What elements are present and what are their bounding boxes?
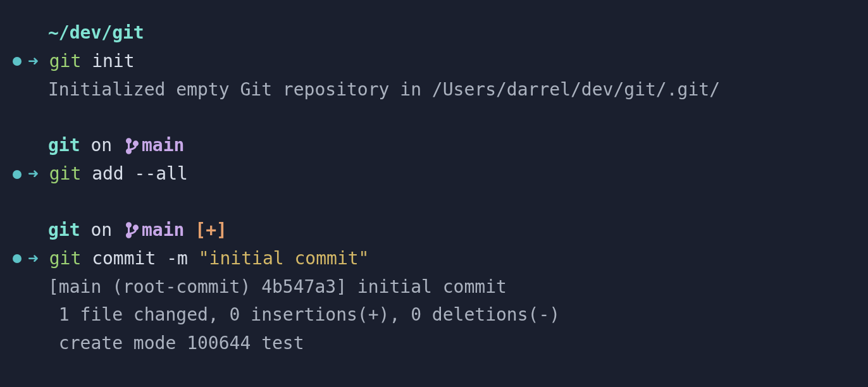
command-git: git [49, 160, 82, 188]
output-text: 1 file changed, 0 insertions(+), 0 delet… [48, 301, 560, 329]
terminal-cwd-line: ~/dev/git [13, 19, 855, 47]
prompt-bullet-icon [13, 57, 22, 66]
repo-name: git [48, 132, 80, 160]
terminal-output-line: create mode 100644 test [13, 329, 855, 358]
output-text: Initialized empty Git repository in /Use… [48, 76, 720, 104]
branch-name: main [142, 216, 184, 245]
prompt-arrow-icon: ➜ [28, 245, 39, 273]
terminal-output-line: [main (root-commit) 4b547a3] initial com… [13, 273, 855, 302]
svg-point-3 [127, 223, 130, 227]
branch-status: [+] [184, 216, 226, 245]
command-string: "initial commit" [199, 245, 369, 273]
command-git: git [49, 245, 82, 273]
command-args: add --all [81, 160, 188, 188]
svg-point-2 [133, 142, 137, 145]
output-text: create mode 100644 test [48, 329, 304, 358]
terminal-context-line-2: git on main [13, 132, 855, 160]
terminal-command-line-2[interactable]: ➜ git add --all [13, 160, 855, 188]
terminal-output-line: Initialized empty Git repository in /Use… [13, 76, 855, 104]
prompt-arrow-icon: ➜ [28, 160, 39, 188]
branch-icon [125, 221, 139, 239]
terminal-output-line: 1 file changed, 0 insertions(+), 0 delet… [13, 301, 855, 329]
terminal-context-line-3: git on main [+] [13, 216, 855, 245]
command-git: git [49, 47, 82, 76]
terminal-command-line-3[interactable]: ➜ git commit -m "initial commit" [13, 245, 855, 273]
prompt-bullet-icon [13, 170, 22, 179]
cwd-path: ~/dev/git [48, 19, 144, 47]
terminal-command-line-1[interactable]: ➜ git init [13, 47, 855, 76]
repo-name: git [48, 216, 80, 245]
branch-icon [125, 137, 139, 155]
svg-point-0 [127, 139, 130, 143]
command-args: commit -m [81, 245, 198, 273]
output-text: [main (root-commit) 4b547a3] initial com… [48, 273, 507, 302]
branch-name: main [142, 132, 184, 160]
on-text: on [80, 216, 123, 245]
svg-point-5 [133, 226, 137, 230]
prompt-bullet-icon [13, 254, 22, 263]
command-args: init [81, 47, 134, 76]
prompt-arrow-icon: ➜ [28, 47, 39, 76]
on-text: on [80, 132, 123, 160]
